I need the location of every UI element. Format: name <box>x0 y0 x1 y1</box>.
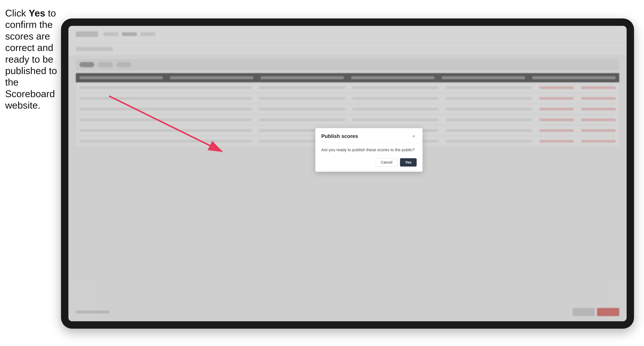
instruction-part2: to confirm the scores are correct and re… <box>5 8 57 111</box>
tablet-device: Publish scores × Are you ready to publis… <box>61 18 634 329</box>
modal-close-button[interactable]: × <box>411 133 417 139</box>
instruction-bold: Yes <box>29 8 45 18</box>
publish-scores-modal: Publish scores × Are you ready to publis… <box>315 128 422 172</box>
cancel-button[interactable]: Cancel <box>376 158 398 167</box>
modal-title: Publish scores <box>321 133 358 139</box>
yes-button[interactable]: Yes <box>400 158 417 167</box>
tablet-screen: Publish scores × Are you ready to publis… <box>68 26 626 321</box>
modal-body: Are you ready to publish these scores to… <box>315 143 422 172</box>
modal-actions: Cancel Yes <box>321 158 417 167</box>
modal-overlay: Publish scores × Are you ready to publis… <box>68 26 626 321</box>
modal-header: Publish scores × <box>315 128 422 143</box>
modal-message: Are you ready to publish these scores to… <box>321 148 417 152</box>
instruction-part1: Click <box>5 8 29 18</box>
instruction-text: Click Yes to confirm the scores are corr… <box>5 7 59 111</box>
